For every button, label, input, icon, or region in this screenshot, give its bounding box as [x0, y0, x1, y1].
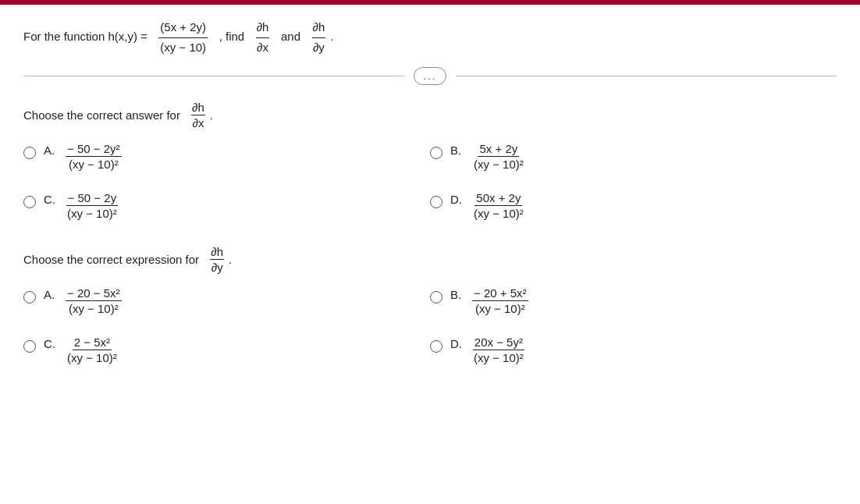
section2-frac-c: 2 − 5x² (xy − 10)² [66, 335, 119, 364]
partial-dy-den: ∂y [312, 38, 325, 57]
section1-letter-d: D. [450, 193, 464, 206]
section2-letter-a: A. [44, 288, 58, 301]
partial-dx-num: ∂h [256, 19, 270, 38]
section2-option-c: C. 2 − 5x² (xy − 10)² [23, 331, 430, 369]
partial-dy-header: ∂h ∂y [312, 19, 326, 56]
section2-frac-c-num: 2 − 5x² [73, 335, 112, 350]
section2-frac-d-den: (xy − 10)² [472, 350, 525, 364]
section1-radio-a[interactable] [23, 147, 36, 159]
section1-partial-den: ∂x [192, 115, 205, 130]
section1-radio-d[interactable] [430, 196, 442, 208]
section2-letter-c: C. [44, 337, 58, 350]
section2-label: Choose the correct expression for ∂h ∂y … [23, 245, 837, 274]
section2-prefix: Choose the correct expression for [23, 253, 199, 266]
section1-option-b: B. 5x + 2y (xy − 10)² [430, 137, 837, 176]
section1-frac-d-num: 50x + 2y [474, 191, 522, 206]
section2-partial-den: ∂y [211, 260, 224, 274]
section2-partial-num: ∂h [210, 245, 224, 260]
header-prefix: For the function h(x,y) = [23, 30, 147, 43]
section1-partial-num: ∂h [191, 101, 205, 115]
section2-letter-d: D. [450, 337, 464, 350]
section1-frac-c: − 50 − 2y (xy − 10)² [66, 191, 119, 220]
divider-right [456, 76, 837, 76]
section2-letter-b: B. [450, 288, 464, 301]
divider-row: ... [0, 67, 860, 85]
section2-radio-c[interactable] [23, 340, 36, 353]
section1: Choose the correct answer for ∂h ∂x . A.… [0, 93, 860, 225]
section1-options-grid: A. − 50 − 2y² (xy − 10)² B. 5x + 2y (xy … [23, 137, 837, 225]
section2-frac-a-num: − 20 − 5x² [66, 286, 122, 301]
section1-frac-c-den: (xy − 10)² [66, 206, 119, 220]
section1-frac-a-den: (xy − 10)² [67, 157, 120, 171]
and-text: and [281, 30, 300, 43]
partial-dx-header: ∂h ∂x [256, 19, 270, 56]
section2-frac-c-den: (xy − 10)² [66, 350, 119, 364]
section2-frac-a: − 20 − 5x² (xy − 10)² [66, 286, 122, 315]
section1-frac-a: − 50 − 2y² (xy − 10)² [66, 142, 122, 171]
function-fraction: (5x + 2y) (xy − 10) [158, 19, 208, 56]
section1-label: Choose the correct answer for ∂h ∂x . [23, 101, 837, 130]
section1-frac-b-num: 5x + 2y [478, 142, 519, 157]
section1-prefix: Choose the correct answer for [23, 108, 180, 122]
section1-frac-a-num: − 50 − 2y² [66, 142, 122, 157]
section2-frac-a-den: (xy − 10)² [67, 301, 120, 315]
func-denominator: (xy − 10) [158, 38, 208, 57]
section1-frac-d: 50x + 2y (xy − 10)² [472, 191, 525, 220]
section2-options-grid: A. − 20 − 5x² (xy − 10)² B. − 20 + 5x² (… [23, 282, 837, 369]
section1-frac-b-den: (xy − 10)² [472, 157, 525, 171]
ellipsis-button[interactable]: ... [414, 67, 447, 85]
partial-dy-num: ∂h [312, 19, 326, 38]
section1-radio-c[interactable] [23, 196, 36, 208]
section1-partial: ∂h ∂x [191, 101, 205, 130]
section2-radio-b[interactable] [430, 291, 442, 303]
section1-option-a: A. − 50 − 2y² (xy − 10)² [23, 137, 430, 176]
header-area: For the function h(x,y) = (5x + 2y) (xy … [0, 5, 860, 62]
section1-frac-d-den: (xy − 10)² [472, 206, 525, 220]
section1-period: . [210, 108, 213, 122]
section2-frac-d-num: 20x − 5y² [473, 335, 524, 350]
section2-frac-d: 20x − 5y² (xy − 10)² [472, 335, 525, 364]
section2-radio-a[interactable] [23, 291, 36, 303]
section2-frac-b: − 20 + 5x² (xy − 10)² [472, 286, 528, 315]
section1-frac-c-num: − 50 − 2y [66, 191, 119, 206]
func-numerator: (5x + 2y) [158, 19, 208, 38]
find-text: , find [219, 30, 245, 43]
section2-option-d: D. 20x − 5y² (xy − 10)² [430, 331, 837, 369]
divider-left [23, 76, 404, 76]
section2-frac-b-den: (xy − 10)² [474, 301, 527, 315]
section1-letter-b: B. [450, 144, 464, 157]
section2-option-b: B. − 20 + 5x² (xy − 10)² [430, 282, 837, 320]
section2-frac-b-num: − 20 + 5x² [472, 286, 528, 301]
section1-letter-c: C. [44, 193, 58, 206]
section2-option-a: A. − 20 − 5x² (xy − 10)² [23, 282, 430, 320]
section1-radio-b[interactable] [430, 147, 442, 159]
section1-option-d: D. 50x + 2y (xy − 10)² [430, 186, 837, 225]
section2-radio-d[interactable] [430, 340, 442, 353]
section2-period: . [229, 253, 232, 266]
section2-partial: ∂h ∂y [210, 245, 224, 274]
section1-letter-a: A. [44, 144, 58, 157]
section1-frac-b: 5x + 2y (xy − 10)² [472, 142, 525, 171]
section2: Choose the correct expression for ∂h ∂y … [0, 237, 860, 369]
partial-dx-den: ∂x [256, 38, 269, 57]
period: . [330, 30, 333, 43]
section1-option-c: C. − 50 − 2y (xy − 10)² [23, 186, 430, 225]
